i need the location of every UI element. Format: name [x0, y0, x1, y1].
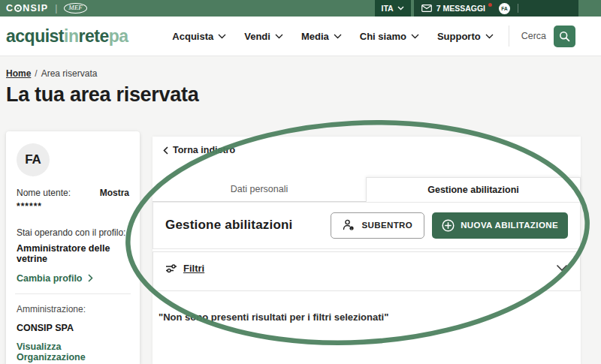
user-topbar-section: 7 MESSAGGI FA — [414, 0, 578, 17]
language-selector[interactable]: ITA — [375, 0, 411, 17]
logo-part-rete: rete — [78, 26, 108, 46]
plus-circle-icon — [442, 219, 455, 232]
chevron-down-icon — [334, 34, 342, 39]
chevron-down-icon — [397, 6, 404, 11]
view-organization-label: Visualizza Organizzazione — [17, 341, 129, 362]
filters-label: Filtri — [183, 263, 204, 274]
main-panel: Torna indietro Dati personali Gestione a… — [153, 137, 581, 364]
nav-item-supporto[interactable]: Supporto — [437, 31, 494, 42]
change-profile-link[interactable]: Cambia profilo — [17, 273, 129, 284]
breadcrumb-separator: / — [35, 68, 37, 79]
change-profile-label: Cambia profilo — [17, 273, 83, 284]
chevron-down-icon — [411, 34, 419, 39]
breadcrumb-current: Area riservata — [41, 68, 98, 79]
filter-icon — [165, 263, 177, 273]
avatar: FA — [17, 143, 50, 176]
nav-item-vendi[interactable]: Vendi — [244, 31, 283, 42]
nav-label: Acquista — [172, 31, 213, 42]
chevron-down-icon — [556, 264, 568, 272]
header-divider — [509, 26, 509, 47]
consip-logo-text-rest: NSIP — [23, 3, 48, 14]
chevron-down-icon — [218, 34, 226, 39]
profile-intro-label: Stai operando con il profilo: — [17, 227, 129, 239]
logo-part-pa: pa — [109, 26, 128, 46]
mef-logo[interactable]: MEF — [64, 3, 87, 14]
consip-o-icon — [14, 5, 22, 12]
back-link[interactable]: Torna indietro — [163, 145, 235, 155]
show-username-link[interactable]: Mostra — [100, 188, 129, 198]
breadcrumb: Home/Area riservata — [6, 68, 97, 79]
subentro-button[interactable]: ↓ SUBENTRO — [331, 212, 424, 239]
search-label[interactable]: Cerca — [521, 31, 546, 41]
page-title: La tua area riservata — [6, 83, 198, 107]
section-header: Gestione abilitazioni ↓ SUBENTRO — [153, 202, 581, 249]
tab-bar: Dati personali Gestione abilitazioni — [153, 177, 581, 202]
chevron-left-icon — [163, 146, 168, 155]
section-title: Gestione abilitazioni — [165, 218, 323, 233]
subentro-label: SUBENTRO — [361, 221, 412, 230]
nav-label: Chi siamo — [360, 31, 406, 42]
sidebar-divider — [15, 293, 131, 294]
logo-part-in: in — [64, 26, 78, 46]
nav-item-chi-siamo[interactable]: Chi siamo — [360, 31, 419, 42]
nuova-abilitazione-label: NUOVA ABILITAZIONE — [461, 221, 558, 230]
empty-results-message: "Non sono presenti risultati per i filtr… — [159, 311, 575, 323]
topbar-separator: | — [55, 3, 57, 14]
chevron-right-icon — [88, 274, 93, 282]
person-swap-icon: ↓ — [343, 219, 355, 231]
breadcrumb-home-link[interactable]: Home — [6, 68, 31, 79]
consip-logo[interactable]: CNSIP — [6, 3, 48, 14]
consip-logo-text: C — [6, 3, 14, 14]
search-icon — [559, 31, 570, 42]
nav-label: Supporto — [437, 31, 481, 42]
page: CNSIP | MEF ITA 7 MESSAGGI FA acquistinr… — [0, 0, 601, 364]
view-organization-link[interactable]: Visualizza Organizzazione — [17, 341, 129, 362]
profile-name: Amministratore delle vetrine — [17, 243, 129, 264]
filters-expand-button[interactable] — [556, 264, 568, 272]
search-button[interactable] — [554, 26, 575, 47]
svg-text:↓: ↓ — [351, 227, 353, 230]
site-header: acquistinretepa Acquista Vendi Media Chi… — [0, 17, 601, 56]
logo-part-acquist: acquist — [6, 26, 64, 46]
envelope-icon — [421, 5, 432, 12]
topbar-avatar[interactable]: FA — [499, 3, 510, 14]
nav-item-media[interactable]: Media — [301, 31, 342, 42]
filters-panel: Filtri — [153, 251, 581, 291]
nav-item-acquista[interactable]: Acquista — [172, 31, 226, 42]
tab-dati-personali[interactable]: Dati personali — [153, 177, 366, 202]
chevron-down-icon — [485, 34, 494, 39]
back-link-label: Torna indietro — [173, 145, 235, 155]
administration-name: CONSIP SPA — [17, 323, 129, 333]
messages-label: 7 MESSAGGI — [436, 4, 485, 13]
nav-label: Media — [301, 31, 329, 42]
nav-label: Vendi — [244, 31, 270, 42]
topbar-divider — [518, 4, 518, 13]
filters-toggle[interactable]: Filtri — [165, 263, 204, 274]
messages-button[interactable]: 7 MESSAGGI — [421, 4, 494, 13]
chevron-down-icon — [275, 34, 283, 39]
username-label: Nome utente: — [17, 188, 71, 198]
main-navigation: Acquista Vendi Media Chi siamo Supporto — [172, 31, 493, 42]
masked-username: ****** — [17, 201, 129, 212]
institutional-topbar: CNSIP | MEF ITA 7 MESSAGGI FA — [0, 0, 601, 17]
administration-label: Amministrazione: — [17, 304, 129, 314]
language-label: ITA — [382, 4, 394, 13]
nuova-abilitazione-button[interactable]: NUOVA ABILITAZIONE — [432, 212, 568, 239]
page-body: Home/Area riservata La tua area riservat… — [0, 56, 601, 364]
tab-gestione-abilitazioni[interactable]: Gestione abilitazioni — [366, 177, 581, 202]
profile-sidebar: FA Nome utente: Mostra ****** Stai opera… — [6, 131, 140, 364]
notification-dot — [488, 3, 492, 7]
site-logo[interactable]: acquistinretepa — [6, 26, 128, 47]
